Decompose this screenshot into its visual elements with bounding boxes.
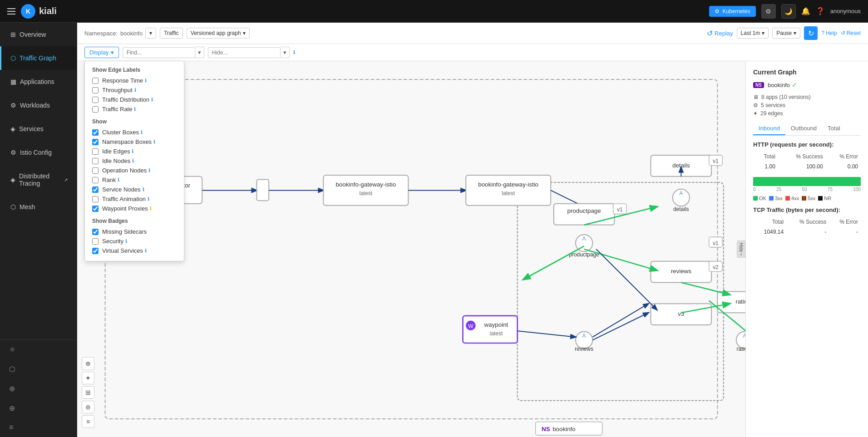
namespace-boxes-label[interactable]: Namespace Boxes ℹ — [102, 138, 155, 145]
waypoint-proxies-info-icon[interactable]: ℹ — [150, 206, 152, 211]
traffic-distribution-checkbox[interactable] — [92, 97, 99, 103]
kubernetes-button[interactable]: Kubernetes — [709, 6, 755, 17]
throughput-checkbox[interactable] — [92, 87, 99, 93]
reset-link[interactable]: ↺ Reset — [841, 30, 861, 36]
graph-options-icon[interactable]: ⊛ — [82, 401, 94, 413]
bell-icon[interactable]: 🔔 — [801, 7, 810, 15]
traffic-dropdown[interactable]: Traffic — [160, 28, 183, 39]
sidebar-bottom-icon-5[interactable]: ≡ — [0, 418, 77, 437]
cluster-boxes-label[interactable]: Cluster Boxes ℹ — [102, 129, 143, 136]
operation-nodes-label[interactable]: Operation Nodes ℹ — [102, 167, 150, 174]
traffic-animation-label[interactable]: Traffic Animation ℹ — [102, 196, 149, 202]
namespace-dropdown[interactable]: ▾ — [145, 28, 156, 39]
namespace-boxes-info-icon[interactable]: ℹ — [153, 139, 155, 145]
tab-inbound[interactable]: Inbound — [753, 122, 785, 135]
rank-info-icon[interactable]: ℹ — [118, 177, 119, 183]
sidebar-item-overview[interactable]: ⊞ Overview — [0, 23, 77, 46]
traffic-distribution-label[interactable]: Traffic Distribution ℹ — [102, 96, 153, 103]
traffic-rate-checkbox[interactable] — [92, 106, 99, 113]
tab-total[interactable]: Total — [822, 122, 845, 135]
tab-outbound[interactable]: Outbound — [785, 122, 822, 135]
service-nodes-label[interactable]: Service Nodes ℹ — [102, 186, 144, 193]
legend-icon[interactable]: ≡ — [82, 415, 94, 428]
idle-nodes-label[interactable]: Idle Nodes ℹ — [102, 157, 134, 164]
settings-icon-btn[interactable]: ⚙ — [761, 4, 776, 19]
hide-container: ▾ — [208, 47, 290, 58]
rank-label[interactable]: Rank ℹ — [102, 177, 119, 183]
zoom-fit-icon[interactable]: ⊕ — [82, 357, 94, 370]
rank-checkbox[interactable] — [92, 177, 99, 183]
virtual-services-info-icon[interactable]: ℹ — [145, 248, 147, 254]
display-button[interactable]: Display ▾ — [84, 47, 119, 58]
sidebar-item-services[interactable]: ◈ Services — [0, 117, 77, 141]
sidebar-item-istio-config[interactable]: ⚙ Istio Config — [0, 141, 77, 164]
find-input[interactable] — [123, 47, 195, 58]
hamburger-menu[interactable] — [7, 8, 15, 15]
service-nodes-checkbox[interactable] — [92, 187, 99, 193]
idle-edges-label[interactable]: Idle Edges ℹ — [102, 148, 133, 155]
dark-mode-btn[interactable]: 🌙 — [781, 4, 796, 19]
traffic-animation-checkbox[interactable] — [92, 196, 99, 202]
sidebar-item-label: Traffic Graph — [20, 54, 56, 62]
tcp-col-error: % Error — [829, 217, 861, 227]
svg-text:v1: v1 — [617, 206, 623, 213]
hide-panel-button[interactable]: Hide » — [737, 241, 745, 258]
hide-input[interactable] — [208, 47, 281, 58]
sidebar-bottom-icon-3[interactable]: ⊕ — [0, 379, 77, 398]
graph-layout-icon[interactable]: ⊞ — [82, 386, 94, 399]
zoom-in-icon[interactable]: ✦ — [82, 372, 94, 384]
graph-type-dropdown[interactable]: Versioned app graph ▾ — [187, 28, 250, 39]
hide-dropdown-btn[interactable]: ▾ — [281, 47, 290, 58]
sidebar-item-workloads[interactable]: ⚙ Workloads — [0, 93, 77, 117]
waypoint-proxies-checkbox[interactable] — [92, 206, 99, 212]
missing-sidecars-label[interactable]: Missing Sidecars — [102, 228, 147, 235]
idle-edges-info-icon[interactable]: ℹ — [132, 148, 133, 154]
find-dropdown-btn[interactable]: ▾ — [195, 47, 204, 58]
idle-edges-checkbox[interactable] — [92, 148, 99, 155]
throughput-info-icon[interactable]: ℹ — [134, 87, 136, 93]
virtual-services-checkbox[interactable] — [92, 248, 99, 254]
sidebar-item-applications[interactable]: ▦ Applications — [0, 70, 77, 93]
waypoint-proxies-label[interactable]: Waypoint Proxies ℹ — [102, 205, 152, 212]
health-check-icon: ✓ — [792, 81, 797, 88]
sidebar-bottom-icon-2[interactable]: ⬡ — [0, 359, 77, 379]
last-dropdown[interactable]: Last 1m ▾ — [737, 28, 769, 39]
operation-nodes-checkbox[interactable] — [92, 167, 99, 174]
replay-button[interactable]: Replay — [707, 29, 733, 38]
namespace-boxes-checkbox[interactable] — [92, 139, 99, 145]
help-icon[interactable]: ❓ — [816, 7, 825, 15]
security-label[interactable]: Security ℹ — [102, 238, 127, 245]
missing-sidecars-checkbox[interactable] — [92, 229, 99, 235]
service-nodes-info-icon[interactable]: ℹ — [143, 187, 144, 192]
traffic-rate-info-icon[interactable]: ℹ — [134, 106, 136, 112]
sidebar-item-distributed-tracing[interactable]: ◈ Distributed Tracing ↗ — [0, 164, 77, 195]
http-col-success: % Success — [778, 152, 826, 162]
sidebar-bottom-icon-4[interactable]: ⊕ — [0, 398, 77, 418]
traffic-animation-info-icon[interactable]: ℹ — [148, 196, 149, 202]
topnav-right: Kubernetes ⚙ 🌙 🔔 ❓ anonymous — [709, 4, 861, 19]
security-checkbox[interactable] — [92, 238, 99, 245]
idle-nodes-checkbox[interactable] — [92, 158, 99, 164]
throughput-label[interactable]: Throughput ℹ — [102, 87, 136, 93]
traffic-distribution-info-icon[interactable]: ℹ — [151, 97, 153, 103]
help-link[interactable]: ? Help — [821, 30, 837, 36]
applications-icon: ▦ — [10, 78, 16, 85]
traffic-rate-label[interactable]: Traffic Rate ℹ — [102, 106, 136, 113]
operation-nodes-info-icon[interactable]: ℹ — [148, 167, 150, 173]
sidebar-item-mesh[interactable]: ⬡ Mesh — [0, 195, 77, 219]
toolbar-info-icon[interactable]: ℹ — [293, 49, 295, 55]
cluster-boxes-info-icon[interactable]: ℹ — [141, 129, 143, 135]
response-time-checkbox[interactable] — [92, 78, 99, 84]
sidebar-bottom-icon-1[interactable]: ⚛ — [0, 340, 77, 359]
response-time-info-icon[interactable]: ℹ — [145, 78, 147, 83]
security-info-icon[interactable]: ℹ — [125, 238, 127, 244]
pause-dropdown[interactable]: Pause ▾ — [772, 28, 800, 39]
sidebar-item-traffic-graph[interactable]: ⬡ Traffic Graph — [0, 46, 77, 70]
sidebar-item-label: Workloads — [20, 102, 50, 109]
idle-nodes-info-icon[interactable]: ℹ — [132, 158, 134, 164]
refresh-button[interactable]: ↻ — [804, 26, 818, 40]
svg-text:ratings: ratings — [737, 346, 745, 352]
virtual-services-label[interactable]: Virtual Services ℹ — [102, 247, 147, 254]
cluster-boxes-checkbox[interactable] — [92, 129, 99, 136]
response-time-label[interactable]: Response Time ℹ — [102, 77, 147, 84]
